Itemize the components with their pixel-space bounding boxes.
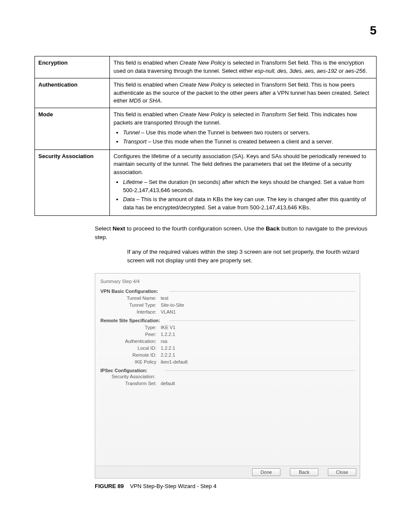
kv-key: Authentication: [100,339,161,344]
back-word: Back [266,225,280,232]
kv-value: test [161,296,168,301]
kv-row: Local ID:1.2.2.1 [100,345,355,351]
kv-key: Transform Set: [100,381,161,386]
figure-caption: FIGURE 89 VPN Step-By-Step Wizard - Step… [95,483,377,489]
paragraph-next-back: Select Next to proceed to the fourth con… [34,224,377,242]
kv-key: Peer: [100,332,161,337]
kv-value: VLAN1 [161,309,176,314]
text: to proceed to the fourth configuration s… [125,225,266,232]
param-description: This field is enabled when Create New Po… [110,108,377,149]
parameters-table: EncryptionThis field is enabled when Cre… [34,56,377,216]
kv-value: 2.2.2.1 [161,352,175,358]
kv-row: Authentication:rsa [100,339,355,344]
param-description: Configures the lifetime of a security as… [110,149,377,215]
section-title: Remote Site Specification: [100,318,355,323]
param-label: Mode [35,108,110,149]
done-button[interactable]: Done [252,468,280,476]
kv-row: Interface:VLAN1 [100,309,355,314]
kv-row: Type:IKE V1 [100,325,355,330]
param-description: This field is enabled when Create New Po… [110,78,377,108]
page-number: 5 [370,24,377,37]
kv-value: default [161,381,175,386]
back-button[interactable]: Back [290,468,318,476]
close-button[interactable]: Close [328,468,356,476]
section-title: IPSec Configuration: [100,368,355,373]
kv-value: 1.2.2.1 [161,345,175,351]
kv-key: Interface: [100,309,161,314]
wizard-body: Summary Step 4/4 VPN Basic Configuration… [95,274,360,466]
kv-row: Peer:1.2.2.1 [100,332,355,337]
kv-key: Tunnel Type: [100,302,161,308]
kv-row: Tunnel Type:Site-to-Site [100,302,355,308]
kv-key: Remote ID: [100,352,161,358]
paragraph-note: If any of the required values within the… [34,248,377,265]
figure-title: VPN Step-By-Step Wizard - Step 4 [130,483,217,489]
text: Select [95,225,112,232]
param-description: This field is enabled when Create New Po… [110,56,377,78]
wizard-step-title: Summary Step 4/4 [100,278,355,285]
kv-value: IKE V1 [161,325,175,330]
section-subline: Security Association: [100,374,355,379]
next-word: Next [112,225,125,232]
kv-key: Tunnel Name: [100,296,161,301]
kv-row: Tunnel Name:test [100,296,355,301]
kv-key: Local ID: [100,345,161,351]
kv-row: IKE Policyikev1-default [100,359,355,364]
wizard-sections: VPN Basic Configuration:Tunnel Name:test… [100,289,355,386]
kv-value: ikev1-default [161,359,187,364]
wizard-footer: Done Back Close [95,466,360,478]
param-label: Authentication [35,78,110,108]
kv-value: Site-to-Site [161,302,184,308]
kv-row: Transform Set:default [100,381,355,386]
kv-key: IKE Policy [100,359,161,364]
figure-number: FIGURE 89 [95,483,124,489]
param-label: Security Association [35,149,110,215]
kv-row: Remote ID:2.2.2.1 [100,352,355,358]
kv-value: rsa [161,339,167,344]
param-label: Encryption [35,56,110,78]
page-content: EncryptionThis field is enabled when Cre… [34,56,377,489]
section-title: VPN Basic Configuration: [100,289,355,294]
wizard-screenshot: Summary Step 4/4 VPN Basic Configuration… [95,273,377,479]
kv-value: 1.2.2.1 [161,332,175,337]
kv-key: Type: [100,325,161,330]
wizard-window: Summary Step 4/4 VPN Basic Configuration… [95,273,360,479]
